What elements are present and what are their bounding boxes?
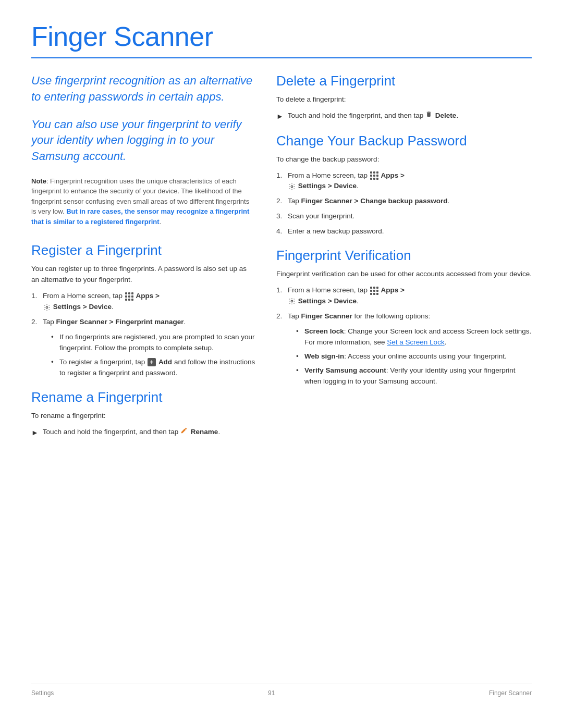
register-steps: From a Home screen, tap Apps > [31, 291, 255, 378]
backup-settings-icon [288, 183, 296, 190]
register-step1-text: From a Home screen, tap [43, 292, 123, 300]
page: Finger Scanner Use fingerprint recogniti… [0, 0, 563, 728]
backup-apps-grid [370, 171, 378, 180]
add-icon: + [148, 358, 156, 366]
verify-settings-label: Settings > Device [298, 297, 357, 305]
verify-apps-icon [370, 287, 378, 295]
rename-pencil-icon [180, 427, 188, 438]
delete-arrow-icon: ► [276, 111, 284, 122]
right-column: Delete a Fingerprint To delete a fingerp… [276, 73, 532, 684]
apps-icon [125, 292, 133, 301]
rename-intro: To rename a fingerprint: [31, 411, 255, 422]
backup-step2-bold: Finger Scanner > Change backup password [301, 197, 448, 205]
backup-step-3: Scan your fingerprint. [276, 211, 532, 222]
footer-page-number: 91 [268, 689, 275, 697]
verify-step-2: Tap Finger Scanner for the following opt… [276, 311, 532, 387]
verify-apps-label: Apps > [381, 286, 405, 294]
note-end: . [160, 218, 162, 226]
page-footer: Settings 91 Finger Scanner [31, 684, 532, 697]
verify-step2-bold: Finger Scanner [301, 312, 352, 320]
intro-paragraph-2: You can also use your fingerprint to ver… [31, 117, 255, 165]
apps-label: Apps > [136, 292, 160, 300]
arrow-icon: ► [31, 427, 39, 439]
title-divider [31, 57, 532, 58]
backup-step-1: From a Home screen, tap Apps > [276, 170, 532, 192]
verify-bullet-samsung: Verify Samsung account: Verify your iden… [296, 365, 532, 387]
register-heading: Register a Fingerprint [31, 242, 255, 258]
register-bullet-2: To register a fingerprint, tap + Add and… [51, 357, 255, 379]
verify-intro: Fingerprint verification can be used for… [276, 269, 532, 280]
backup-step-4: Enter a new backup password. [276, 226, 532, 237]
verify-bullet-screen: Screen lock: Change your Screen lock and… [296, 326, 532, 348]
delete-intro: To delete a fingerprint: [276, 94, 532, 105]
delete-bold: Delete [435, 112, 457, 119]
note-label: Note [31, 177, 46, 185]
apps-grid-icon [125, 292, 133, 301]
rename-heading: Rename a Fingerprint [31, 389, 255, 405]
left-column: Use fingerprint recognition as an altern… [31, 73, 255, 684]
footer-left: Settings [31, 689, 54, 697]
verify-apps-grid [370, 287, 378, 295]
backup-step-2: Tap Finger Scanner > Change backup passw… [276, 196, 532, 207]
note-block: Note: Fingerprint recognition uses the u… [31, 176, 255, 227]
footer-right: Finger Scanner [489, 689, 532, 697]
screen-lock-link[interactable]: Set a Screen Lock [387, 338, 444, 346]
rename-arrow-item: ► Touch and hold the fingerprint, and th… [31, 427, 255, 439]
settings-icon [43, 304, 51, 311]
page-title: Finger Scanner [31, 21, 532, 52]
add-label: Add [158, 358, 172, 366]
backup-intro: To change the backup password: [276, 154, 532, 165]
two-column-layout: Use fingerprint recognition as an altern… [31, 73, 532, 684]
verify-heading: Fingerprint Verification [276, 248, 532, 264]
backup-apps-icon [370, 171, 378, 180]
settings-label: Settings > Device [53, 303, 112, 311]
delete-trash-icon [425, 110, 432, 121]
backup-apps-label: Apps > [381, 171, 405, 179]
delete-arrow-item: ► Touch and hold the fingerprint, and th… [276, 110, 532, 122]
delete-heading: Delete a Fingerprint [276, 73, 532, 89]
register-intro: You can register up to three fingerprint… [31, 264, 255, 286]
register-bullet-1: If no fingerprints are registered, you a… [51, 332, 255, 354]
backup-settings-label: Settings > Device [298, 182, 357, 190]
step2-bold: Finger Scanner > Fingerprint manager [56, 318, 184, 326]
svg-point-0 [46, 306, 48, 309]
svg-point-1 [291, 186, 293, 188]
register-step-2: Tap Finger Scanner > Fingerprint manager… [31, 317, 255, 379]
rename-bold: Rename [191, 428, 218, 436]
intro-paragraph-1: Use fingerprint recognition as an altern… [31, 73, 255, 105]
verify-step-1: From a Home screen, tap Apps > [276, 285, 532, 307]
backup-steps: From a Home screen, tap Apps > [276, 170, 532, 238]
verify-bullets: Screen lock: Change your Screen lock and… [296, 326, 532, 387]
svg-point-2 [291, 301, 293, 303]
verify-steps: From a Home screen, tap Apps > [276, 285, 532, 387]
register-step-1: From a Home screen, tap Apps > [31, 291, 255, 313]
register-bullets: If no fingerprints are registered, you a… [51, 332, 255, 379]
delete-arrow-text: Touch and hold the fingerprint, and then… [288, 110, 458, 121]
backup-heading: Change Your Backup Password [276, 133, 532, 149]
verify-bullet-web: Web sign-in: Access your online accounts… [296, 351, 532, 362]
rename-arrow-text: Touch and hold the fingerprint, and then… [43, 427, 220, 438]
verify-settings-icon [288, 298, 296, 305]
